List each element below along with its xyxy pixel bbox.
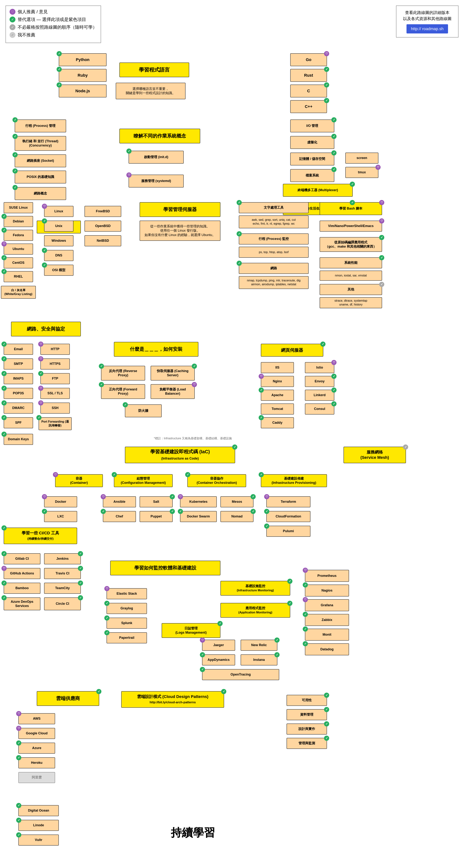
load-balancer-text: 負載平衡器 (Load Balancer) <box>153 387 192 396</box>
programming-language-text: 學習程式語言 <box>139 66 170 73</box>
terraform-text: Terraform <box>281 500 296 504</box>
firewall-text: 防火牆 <box>138 409 148 413</box>
terraform-check: ♡ <box>264 494 269 499</box>
tmux-text: tmux <box>358 170 366 175</box>
monitoring-text: 學習如何監控軟體和基礎建設 <box>134 565 196 571</box>
openbsd-node: OpenBSD <box>85 221 121 231</box>
zabbix-node: ✓ Zabbix <box>305 614 349 626</box>
http-node: ♡ HTTP <box>40 344 70 355</box>
jenkins-check: ✓ <box>78 551 83 556</box>
tomcat-text: Tomcat <box>272 407 283 411</box>
learn-bash-text: 學習 Bash 腳本 <box>339 207 362 211</box>
azure-node: ✓ Azure <box>19 743 55 754</box>
travis-ci-text: Travis CI <box>56 571 69 576</box>
linkerd-text: Linkerd <box>313 393 326 397</box>
teamcity-text: TeamCity <box>55 586 70 590</box>
compilers-check: ✓ <box>379 235 384 240</box>
consul-node: ✓ Consul <box>305 403 334 414</box>
datadog-text: Datadog <box>320 647 334 651</box>
https-node: ♡ HTTPS <box>40 359 70 370</box>
gitlab-ci-text: Gitlab CI <box>15 557 29 561</box>
opentracing-node: ✓ OpenTracing <box>202 669 279 680</box>
envoy-check: ✓ <box>331 374 336 379</box>
ftp-check: ✓ <box>38 371 43 376</box>
jenkins-text: Jenkins <box>56 557 68 561</box>
infra-monitoring-node: ✓ 基礎設施監控(Infrastructure Monitoring) <box>221 581 290 596</box>
debian-check: ✓ <box>1 214 7 219</box>
nginx-check: ♡ <box>259 374 264 379</box>
monit-node: ✓ Monit <box>305 629 349 641</box>
smtp-check: ✓ <box>1 356 7 362</box>
network-tools-text: 網路 <box>270 266 277 270</box>
splunk-check: ✓ <box>104 615 109 621</box>
legend-icon-green: ✓ <box>9 17 15 23</box>
others-detail-text: strace, dtrace, systemtapuname, df, hist… <box>334 299 367 307</box>
chef-check: ✓ <box>101 509 106 514</box>
docker-text: Docker <box>55 500 66 504</box>
cloud-design-text: 雲端設計模式 (Cloud Design Patterns)http://bit… <box>137 694 208 705</box>
mesos-text: Mesos <box>232 500 242 504</box>
rhel-check: ✓ <box>1 269 7 274</box>
monitoring-node: 學習如何監控軟體和基礎建設 <box>110 561 221 576</box>
monit-text: Monit <box>323 632 331 637</box>
ansible-node: ♡ Ansible <box>103 496 136 507</box>
github-actions-check: ♡ <box>1 566 7 571</box>
network-security-text: 網路、安全與協定 <box>27 326 65 332</box>
caching-server-node: ✓ 快取伺服器 (Caching Server) <box>151 366 195 380</box>
ssl-tls-text: SSL / TLS <box>47 391 63 395</box>
others-text: 其他 <box>347 287 354 291</box>
learn-server-note-text: 從一些作業系統中獲得一些管理的知識。使用任一個 Linux 發行版。如果你沒有什… <box>144 224 216 237</box>
linux-check: ♡ <box>42 204 47 209</box>
programming-language-node: 學習程式語言 <box>120 62 189 77</box>
email-text: Email <box>14 347 23 351</box>
posix-node: ✓ POSIX 的基礎知識 <box>15 170 66 183</box>
digital-ocean-text: Digital Ocean <box>28 808 49 813</box>
azure-check: ✓ <box>16 740 21 746</box>
availability-check: ✓ <box>324 693 329 698</box>
network-concept-text: 網路概念 <box>34 191 47 195</box>
windows-text: Windows <box>52 239 66 243</box>
data-mgmt-text: 資料管理 <box>300 712 313 717</box>
c-node: ✓ C <box>290 85 327 97</box>
keep-learning-text: 持續學習 <box>171 826 215 840</box>
url-button[interactable]: http:// roadmap.sh <box>406 24 448 33</box>
smtp-text: SMTP <box>14 362 23 366</box>
instana-check: ✓ <box>274 652 279 657</box>
apache-check: ✓ <box>259 388 264 393</box>
chef-node: ✓ Chef <box>103 511 136 522</box>
filesystem-text: 檔案系統 <box>306 173 319 178</box>
screen-node: screen <box>345 153 378 164</box>
puppet-text: Puppet <box>151 514 162 519</box>
legend-item-gray-check: ✓ 不必嚴格按照路線圖的順序（隨時可學） <box>9 24 97 30</box>
tomcat-node: Tomcat <box>261 403 294 414</box>
linux-node: ♡ Linux <box>44 206 73 217</box>
c-text: C <box>307 88 310 94</box>
prometheus-text: Prometheus <box>318 574 336 578</box>
design-impl-check: ✓ <box>324 721 329 726</box>
apache-node: ✓ Apache <box>261 390 294 401</box>
memory-node: ✓ 記憶體 / 儲存空間 <box>290 153 334 165</box>
virtualization-text: 虛擬化 <box>307 140 317 145</box>
ssh-text: SSH <box>52 406 58 410</box>
lxc-check: ✓ <box>42 509 47 514</box>
tmux-node: ♡ tmux <box>345 167 378 178</box>
dmarc-text: DMARC <box>12 406 25 410</box>
legend-icon-gray: ✓ <box>9 32 15 38</box>
others-detail-node: strace, dtrace, systemtapuname, df, hist… <box>320 297 382 308</box>
debian-text: Debian <box>13 219 24 223</box>
dns-check: ✓ <box>42 248 47 253</box>
go-node: ♡ Go <box>290 53 327 66</box>
ubuntu-text: Ubuntu <box>13 247 24 251</box>
availability-node: ✓ 可用性 <box>287 695 327 706</box>
container-orch-node: ✓ 容器協作(Container Orchestration) <box>187 474 246 487</box>
windows-node: Windows <box>44 235 73 246</box>
os-concepts-node: 瞭解不同的作業系統概念 <box>120 129 200 144</box>
web-server-node: ✓ 網頁伺服器 <box>261 344 323 356</box>
socket-check: ✓ <box>12 152 18 157</box>
sys-perf-node: ✓ 系統性能 <box>320 257 382 268</box>
ruby-check: ✓ <box>57 67 62 72</box>
imaps-check: ✓ <box>1 371 7 376</box>
container-orch-text: 容器協作(Container Orchestration) <box>197 476 237 485</box>
jenkins-node: ✓ Jenkins <box>44 553 81 564</box>
network-security-node: 網路、安全與協定 <box>11 322 81 336</box>
